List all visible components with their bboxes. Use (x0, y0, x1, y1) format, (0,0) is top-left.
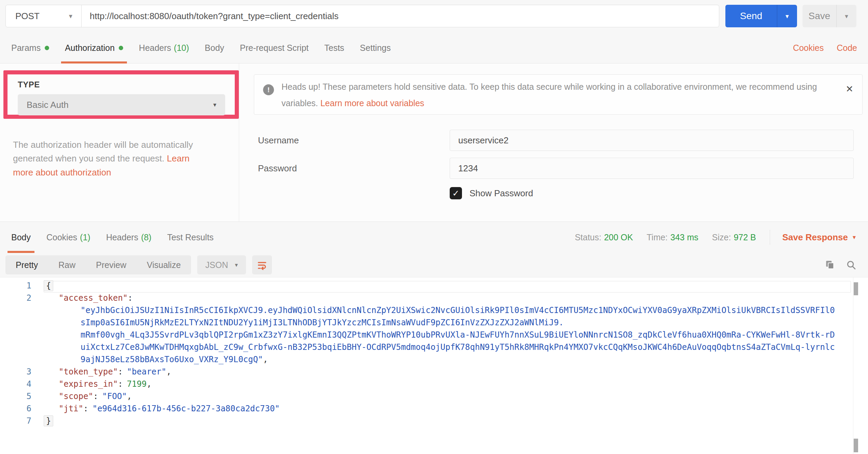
response-tab-body[interactable]: Body (3, 222, 39, 253)
json-key: "expires_in" (59, 379, 118, 389)
fold-open-brace[interactable]: { (44, 280, 53, 291)
authorization-panel: TYPE Basic Auth ▾ The authorization head… (0, 63, 868, 222)
view-tab-preview[interactable]: Preview (86, 255, 136, 274)
response-tab-test-results[interactable]: Test Results (159, 222, 221, 253)
method-select[interactable]: POST ▾ (6, 5, 82, 27)
type-label: TYPE (18, 80, 235, 89)
tab-params[interactable]: Params (3, 33, 57, 63)
line-number: 4 (0, 378, 40, 390)
tab-pre-request-script[interactable]: Pre-request Script (232, 33, 316, 63)
meta-divider (770, 230, 770, 245)
json-key: "token_type" (59, 367, 118, 377)
url-value: http://localhost:8080/oauth/token?grant_… (90, 11, 338, 22)
wrap-lines-button[interactable] (252, 255, 272, 274)
tab-params-label: Params (11, 43, 41, 53)
jwt-line: mRmf00vgh_4Lq3J5SvrdPLv3qblQPI2rpGm1xZ3z… (81, 330, 835, 340)
code-line: 5"scope":"FOO", (0, 390, 868, 402)
cookies-link[interactable]: Cookies (793, 43, 824, 53)
size-value: 972 B (734, 232, 756, 242)
tab-body-label: Body (205, 43, 224, 53)
jwt-line: 9ajNJ58eLz58bBAxsTo6Uxo_VXRz_Y9L0cgQ" (81, 355, 263, 364)
line-number: 7 (0, 415, 40, 427)
save-response-button[interactable]: Save Response (782, 232, 848, 243)
tab-body[interactable]: Body (197, 33, 232, 63)
json-value: "FOO" (102, 392, 127, 401)
wrap-lines-icon (257, 260, 267, 270)
request-bar: POST ▾ http://localhost:8080/oauth/token… (5, 5, 719, 27)
code-line: 1{ (0, 280, 868, 292)
size-label: Size: (712, 232, 731, 242)
line-number: 2 (0, 292, 40, 304)
language-dropdown[interactable]: JSON ▾ (197, 255, 246, 274)
scrollbar-thumb[interactable] (854, 439, 858, 452)
headers-count-badge: (10) (174, 43, 189, 53)
chevron-down-icon: ▾ (845, 12, 848, 20)
search-icon[interactable] (845, 259, 856, 270)
learn-more-variables-link[interactable]: Learn more about variables (320, 98, 424, 108)
save-options-caret[interactable]: ▾ (837, 5, 856, 27)
sensitive-data-banner: ! Heads up! These parameters hold sensit… (254, 74, 863, 115)
line-number: 6 (0, 402, 40, 415)
chevron-down-icon: ▾ (213, 102, 216, 108)
username-label: Username (258, 130, 299, 151)
code-line: 2"access_token": (0, 292, 868, 304)
close-icon[interactable]: ✕ (845, 84, 853, 95)
code-line: 7} (0, 415, 868, 427)
show-password-checkbox[interactable]: ✓ (450, 187, 462, 199)
response-meta: Status: 200 OK Time: 343 ms Size: 972 B … (575, 230, 868, 245)
code-line: 3"token_type":"bearer", (0, 366, 868, 378)
json-comma: , (166, 367, 171, 377)
params-green-dot (45, 46, 49, 50)
auth-type-value: Basic Auth (27, 100, 69, 110)
json-key: "jti" (59, 404, 83, 413)
json-key: "access_token" (59, 293, 128, 303)
response-header: Body Cookies (1) Headers (8) Test Result… (0, 222, 868, 253)
username-field[interactable]: userservice2 (450, 130, 854, 151)
send-options-caret[interactable]: ▾ (777, 5, 797, 27)
tab-tests[interactable]: Tests (317, 33, 352, 63)
code-line: sImp0aSI6ImU5NjRkMzE2LTYxN2ItNDU2Yy1iMjI… (0, 316, 868, 329)
copy-icon[interactable] (824, 259, 835, 270)
view-tab-visualize[interactable]: Visualize (136, 255, 191, 274)
password-field[interactable]: 1234 (450, 158, 854, 179)
tab-authorization[interactable]: Authorization (57, 33, 131, 63)
save-button[interactable]: Save ▾ (802, 5, 856, 27)
show-password-label: Show Password (469, 187, 533, 199)
tab-headers[interactable]: Headers (10) (131, 33, 197, 63)
jwt-line: sImp0aSI6ImU5NjRkMzE2LTYxN2ItNDU2Yy1iMjI… (81, 318, 564, 327)
auth-description: The authorization header will be automat… (13, 138, 212, 179)
tab-tests-label: Tests (324, 43, 344, 53)
json-colon: : (83, 404, 88, 413)
code-line: mRmf00vgh_4Lq3J5SvrdPLv3qblQPI2rpGm1xZ3z… (0, 329, 868, 341)
cookies-count-badge: (1) (80, 232, 90, 242)
send-button[interactable]: Send ▾ (725, 5, 797, 27)
save-label[interactable]: Save (802, 5, 836, 27)
method-label: POST (15, 11, 40, 22)
url-input[interactable]: http://localhost:8080/oauth/token?grant_… (82, 5, 719, 27)
request-links: Cookies Code (793, 43, 868, 53)
fold-close-brace[interactable]: } (44, 415, 53, 426)
response-tab-headers[interactable]: Headers (8) (98, 222, 159, 253)
response-tab-cookies-label: Cookies (46, 232, 77, 242)
authorization-green-dot (119, 46, 123, 50)
json-value: "e964d316-617b-456c-b227-3a80ca2dc730" (92, 404, 280, 413)
response-tab-test-results-label: Test Results (167, 232, 214, 242)
request-tabs: Params Authorization Headers (10) Body P… (0, 33, 868, 63)
send-label[interactable]: Send (725, 5, 777, 27)
view-tab-raw[interactable]: Raw (48, 255, 86, 274)
line-number: 5 (0, 390, 40, 402)
panel-divider (239, 63, 239, 222)
response-tab-headers-label: Headers (106, 232, 139, 242)
tab-settings[interactable]: Settings (352, 33, 399, 63)
auth-type-dropdown[interactable]: Basic Auth ▾ (18, 94, 225, 115)
chevron-down-icon: ▾ (69, 13, 72, 19)
code-line: 4"expires_in":7199, (0, 378, 868, 390)
chevron-down-icon[interactable]: ▾ (853, 233, 856, 241)
code-link[interactable]: Code (837, 43, 857, 53)
tab-settings-label: Settings (360, 43, 391, 53)
response-body-editor[interactable]: 1{ 2"access_token": "eyJhbGciOiJSUzI1NiI… (0, 277, 868, 454)
banner-text: Heads up! These parameters hold sensitiv… (281, 79, 831, 111)
code-line: "eyJhbGciOiJSUzI1NiIsInR5cCI6IkpXVCJ9.ey… (0, 304, 868, 316)
response-tab-cookies[interactable]: Cookies (1) (39, 222, 98, 253)
view-tab-pretty[interactable]: Pretty (5, 255, 48, 274)
